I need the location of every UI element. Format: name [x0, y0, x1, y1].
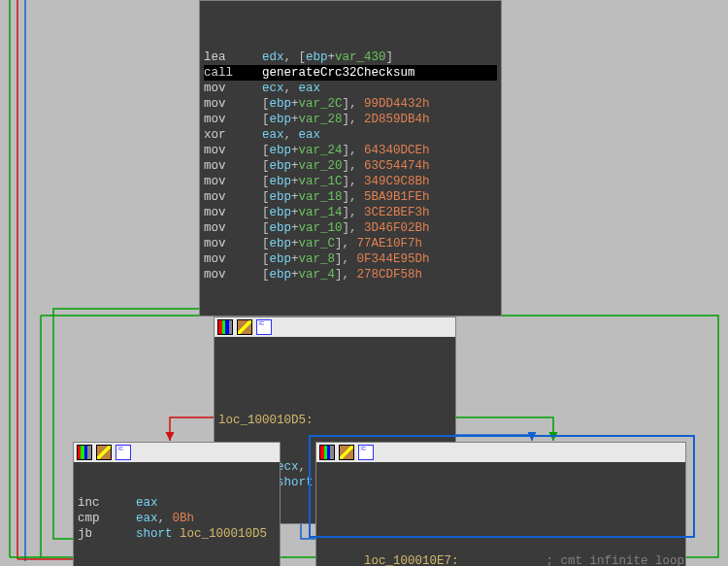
op-reg[interactable]: ebp: [270, 252, 292, 266]
op-punct[interactable]: [: [262, 159, 270, 173]
op-punct[interactable]: [: [262, 237, 270, 250]
asm-line[interactable]: jb short loc_100010D5: [78, 526, 276, 542]
op-punct[interactable]: ],: [343, 206, 365, 219]
op-punct[interactable]: [: [262, 190, 270, 204]
asm-line[interactable]: inc eax: [78, 495, 276, 511]
op-punct[interactable]: +: [291, 268, 299, 282]
op-punct[interactable]: +: [291, 190, 299, 204]
bb-inc[interactable]: inc eaxcmp eax, 0Bhjb short loc_100010D5: [73, 442, 281, 566]
mnemonic[interactable]: inc: [78, 496, 136, 510]
op-var[interactable]: var_24: [299, 144, 343, 157]
op-punct[interactable]: ],: [343, 113, 365, 126]
op-punct[interactable]: ,: [284, 82, 299, 95]
op-punct[interactable]: [: [262, 144, 270, 157]
bb-inc-body[interactable]: inc eaxcmp eax, 0Bhjb short loc_100010D5: [74, 462, 280, 566]
op-imm[interactable]: 349C9C8Bh: [364, 175, 430, 188]
op-punct[interactable]: +: [291, 252, 299, 266]
op-punct[interactable]: ],: [343, 175, 365, 188]
op-reg[interactable]: ebp: [270, 97, 292, 111]
mnemonic[interactable]: lea: [204, 50, 262, 64]
xref-icon[interactable]: [116, 445, 131, 460]
op-punct[interactable]: +: [328, 50, 336, 64]
op-punct[interactable]: [: [262, 268, 270, 282]
op-loc[interactable]: loc_100010D5: [180, 527, 267, 541]
op-var[interactable]: var_C: [299, 237, 336, 250]
op-imm[interactable]: 5BA9B1FEh: [364, 190, 430, 204]
op-key[interactable]: short: [277, 476, 314, 489]
op-punct[interactable]: [: [262, 252, 270, 266]
asm-line[interactable]: mov [ebp+var_18], 5BA9B1FEh: [204, 189, 497, 205]
op-punct[interactable]: +: [291, 144, 299, 157]
mnemonic[interactable]: jb: [78, 527, 136, 541]
xref-icon[interactable]: [358, 445, 374, 460]
op-imm[interactable]: 3D46F02Bh: [364, 221, 430, 235]
op-reg[interactable]: ebp: [270, 206, 292, 219]
mnemonic[interactable]: cmp: [78, 512, 136, 525]
op-punct[interactable]: [173, 527, 181, 541]
op-punct[interactable]: +: [291, 206, 299, 219]
op-reg[interactable]: ecx: [262, 82, 284, 95]
op-imm[interactable]: 99DD4432h: [364, 97, 430, 111]
asm-line[interactable]: cmp eax, 0Bh: [78, 511, 276, 526]
brush-icon[interactable]: [339, 445, 354, 460]
mnemonic[interactable]: mov: [204, 159, 262, 173]
op-punct[interactable]: ],: [343, 159, 365, 173]
op-reg[interactable]: ebp: [270, 144, 292, 157]
op-punct[interactable]: +: [291, 175, 299, 188]
mnemonic[interactable]: mov: [204, 221, 262, 235]
bb-top-body[interactable]: lea edx, [ebp+var_430]call generateCrc32…: [200, 1, 501, 316]
op-punct[interactable]: [: [262, 97, 270, 111]
op-imm[interactable]: 278CDF58h: [357, 268, 423, 282]
op-reg[interactable]: eax: [299, 128, 321, 142]
asm-line[interactable]: lea edx, [ebp+var_430]: [204, 50, 497, 65]
asm-line[interactable]: call generateCrc32Checksum: [204, 65, 497, 81]
op-key[interactable]: short: [136, 527, 173, 541]
asm-line[interactable]: mov [ebp+var_C], 77AE10F7h: [204, 236, 497, 251]
op-punct[interactable]: ],: [343, 221, 365, 235]
op-punct[interactable]: ]: [386, 50, 394, 64]
asm-line[interactable]: mov [ebp+var_28], 2D859DB4h: [204, 112, 497, 127]
rgb-icon[interactable]: [77, 445, 92, 460]
op-var[interactable]: var_8: [299, 252, 336, 266]
asm-line[interactable]: mov [ebp+var_2C], 99DD4432h: [204, 96, 497, 112]
op-reg[interactable]: ebp: [270, 237, 292, 250]
op-imm[interactable]: 2D859DB4h: [364, 113, 430, 126]
mnemonic[interactable]: call: [204, 66, 262, 80]
op-imm[interactable]: 77AE10F7h: [357, 237, 423, 250]
op-var[interactable]: var_20: [299, 159, 343, 173]
mnemonic[interactable]: mov: [204, 144, 262, 157]
mnemonic[interactable]: mov: [204, 190, 262, 204]
op-punct[interactable]: +: [291, 159, 299, 173]
op-punct[interactable]: ],: [335, 237, 357, 250]
bb-loop-label[interactable]: loc_100010E7:: [364, 554, 459, 566]
op-reg[interactable]: ebp: [270, 221, 292, 235]
op-imm[interactable]: 64340DCEh: [364, 144, 430, 157]
op-punct[interactable]: ],: [335, 268, 357, 282]
op-reg[interactable]: ebp: [270, 175, 292, 188]
op-imm[interactable]: 3CE2BEF3h: [364, 206, 430, 219]
asm-line[interactable]: mov [ebp+var_24], 64340DCEh: [204, 143, 497, 158]
asm-line[interactable]: mov [ebp+var_4], 278CDF58h: [204, 267, 497, 283]
op-var[interactable]: var_430: [335, 50, 386, 64]
op-var[interactable]: var_1C: [299, 175, 343, 188]
op-reg[interactable]: eax: [136, 512, 158, 525]
mnemonic[interactable]: mov: [204, 97, 262, 111]
op-fname[interactable]: generateCrc32Checksum: [262, 66, 415, 80]
op-var[interactable]: var_14: [299, 206, 343, 219]
xref-icon[interactable]: [256, 319, 272, 335]
mnemonic[interactable]: mov: [204, 113, 262, 126]
op-reg[interactable]: ebp: [270, 268, 292, 282]
asm-line[interactable]: mov [ebp+var_8], 0F344E95Dh: [204, 251, 497, 267]
brush-icon[interactable]: [237, 319, 252, 335]
op-punct[interactable]: ,: [284, 128, 299, 142]
rgb-icon[interactable]: [319, 445, 335, 460]
brush-icon[interactable]: [96, 445, 112, 460]
op-reg[interactable]: ebp: [270, 113, 292, 126]
mnemonic[interactable]: mov: [204, 175, 262, 188]
op-imm[interactable]: 63C54474h: [364, 159, 430, 173]
mnemonic[interactable]: mov: [204, 82, 262, 95]
op-punct[interactable]: ],: [343, 144, 365, 157]
asm-line[interactable]: mov [ebp+var_1C], 349C9C8Bh: [204, 174, 497, 189]
bb-cmp-label[interactable]: loc_100010D5:: [218, 414, 314, 427]
asm-line[interactable]: mov [ebp+var_10], 3D46F02Bh: [204, 220, 497, 236]
